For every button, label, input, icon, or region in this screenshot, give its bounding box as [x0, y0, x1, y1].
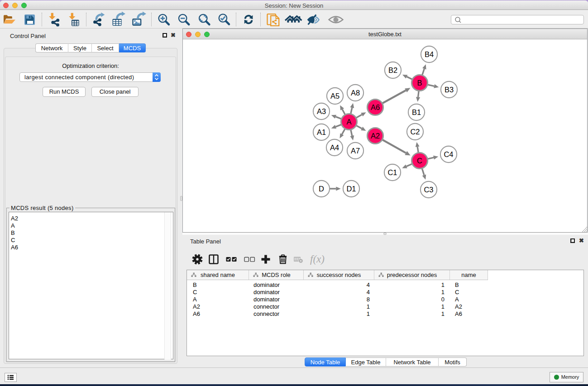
svg-text:B2: B2 — [388, 66, 397, 74]
svg-text:A5: A5 — [330, 92, 339, 100]
svg-text:A4: A4 — [330, 143, 339, 152]
svg-text:B: B — [417, 79, 422, 87]
svg-text:A6: A6 — [371, 103, 380, 111]
svg-text:C2: C2 — [410, 128, 420, 136]
svg-text:A: A — [346, 118, 351, 126]
svg-text:D: D — [319, 185, 324, 193]
svg-text:B4: B4 — [425, 50, 434, 58]
svg-text:A8: A8 — [351, 89, 360, 97]
svg-text:B1: B1 — [412, 108, 421, 116]
svg-text:A1: A1 — [317, 128, 326, 136]
svg-text:A7: A7 — [351, 147, 360, 155]
svg-text:C3: C3 — [424, 186, 433, 194]
svg-text:D1: D1 — [346, 185, 356, 193]
svg-text:B3: B3 — [445, 86, 454, 94]
svg-text:A3: A3 — [317, 107, 326, 115]
svg-text:C1: C1 — [387, 168, 397, 176]
svg-text:A2: A2 — [371, 132, 380, 140]
svg-text:C4: C4 — [444, 150, 453, 158]
svg-text:C: C — [417, 157, 422, 165]
